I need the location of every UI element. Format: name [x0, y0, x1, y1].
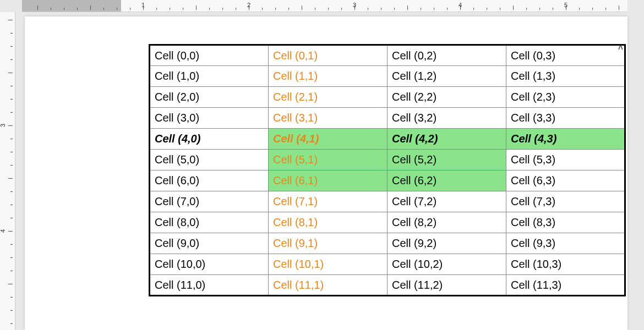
table-cell[interactable]: Cell (9,2): [388, 233, 506, 254]
table-cell[interactable]: Cell (8,3): [506, 212, 625, 233]
document-page[interactable]: ^ Cell (0,0)Cell (0,1)Cell (0,2)Cell (0,…: [25, 16, 627, 330]
table-cell[interactable]: Cell (1,1): [269, 66, 388, 87]
table-cell[interactable]: Cell (7,3): [506, 191, 625, 212]
table-cell[interactable]: Cell (0,0): [150, 45, 269, 66]
ruler-tick: [10, 86, 13, 86]
ruler-number: 2: [247, 2, 250, 8]
table-cell[interactable]: Cell (0,3): [506, 45, 625, 66]
ruler-tick: [275, 8, 276, 10]
table-cell[interactable]: Cell (5,0): [150, 150, 269, 170]
table-cell[interactable]: Cell (3,3): [506, 108, 625, 129]
ruler-tick: [341, 8, 342, 10]
table-cell[interactable]: Cell (5,3): [506, 150, 625, 170]
table-cell[interactable]: Cell (11,1): [269, 275, 388, 296]
table-cell[interactable]: Cell (10,2): [388, 254, 506, 275]
table-cell[interactable]: Cell (1,3): [506, 66, 625, 87]
ruler-tick: [196, 6, 197, 10]
ruler-tick: [8, 231, 13, 232]
ruler-tick: [487, 8, 487, 10]
table-row: Cell (5,0)Cell (5,1)Cell (5,2)Cell (5,3): [150, 150, 625, 170]
ruler-tick: [10, 297, 13, 298]
table-cell[interactable]: Cell (4,1): [269, 129, 388, 150]
ruler-tick: [183, 8, 183, 10]
ruler-tick: [8, 178, 13, 179]
table-cell[interactable]: Cell (0,2): [388, 45, 506, 66]
scroll-up-icon[interactable]: ^: [618, 44, 623, 54]
table-cell[interactable]: Cell (9,1): [269, 233, 388, 254]
ruler-tick: [64, 8, 64, 10]
ruler-tick: [394, 8, 395, 10]
ruler-tick: [500, 8, 500, 10]
table-cell[interactable]: Cell (6,1): [269, 170, 388, 191]
ruler-tick: [315, 8, 315, 10]
ruler-tick: [619, 6, 619, 10]
table-cell[interactable]: Cell (7,0): [150, 191, 269, 212]
table-cell[interactable]: Cell (5,1): [269, 150, 388, 170]
ruler-tick: [381, 8, 381, 10]
ruler-tick: [236, 8, 236, 10]
table-cell[interactable]: Cell (6,2): [388, 170, 506, 191]
table-cell[interactable]: Cell (4,2): [388, 129, 506, 150]
table-cell[interactable]: Cell (2,2): [388, 87, 506, 108]
ruler-tick: [579, 8, 580, 10]
ruler-tick: [10, 112, 13, 113]
table-cell[interactable]: Cell (8,1): [269, 212, 388, 233]
table-cell[interactable]: Cell (8,0): [150, 212, 269, 233]
table-cell[interactable]: Cell (4,0): [150, 129, 269, 150]
table-cell[interactable]: Cell (3,0): [150, 108, 269, 129]
table-cell[interactable]: Cell (8,2): [388, 212, 506, 233]
data-table[interactable]: Cell (0,0)Cell (0,1)Cell (0,2)Cell (0,3)…: [149, 44, 626, 296]
table-cell[interactable]: Cell (1,2): [388, 66, 506, 87]
table-cell[interactable]: Cell (2,1): [269, 87, 388, 108]
table-cell[interactable]: Cell (10,0): [150, 254, 269, 275]
table-cell[interactable]: Cell (7,2): [388, 191, 506, 212]
table-cell[interactable]: Cell (9,0): [150, 233, 269, 254]
table-cell[interactable]: Cell (10,1): [269, 254, 388, 275]
ruler-number: 4: [0, 229, 6, 233]
table-cell[interactable]: Cell (1,0): [150, 66, 269, 87]
ruler-tick: [526, 8, 527, 10]
table-cell[interactable]: Cell (6,0): [150, 170, 269, 191]
ruler-tick: [10, 59, 13, 60]
ruler-tick: [10, 218, 13, 218]
table-row: Cell (8,0)Cell (8,1)Cell (8,2)Cell (8,3): [150, 212, 625, 233]
table-row: Cell (3,0)Cell (3,1)Cell (3,2)Cell (3,3): [150, 108, 625, 129]
table-cell[interactable]: Cell (10,3): [506, 254, 625, 275]
table-row: Cell (11,0)Cell (11,1)Cell (11,2)Cell (1…: [150, 275, 625, 296]
table-cell[interactable]: Cell (6,3): [506, 170, 625, 191]
table-cell[interactable]: Cell (9,3): [506, 233, 625, 254]
table-cell[interactable]: Cell (2,3): [506, 87, 625, 108]
ruler-tick: [328, 8, 329, 10]
ruler-tick: [513, 6, 514, 10]
ruler-tick: [51, 8, 51, 10]
table-cell[interactable]: Cell (3,1): [269, 108, 388, 129]
ruler-tick: [10, 191, 13, 192]
table-cell[interactable]: Cell (5,2): [388, 150, 506, 170]
table-row: Cell (0,0)Cell (0,1)Cell (0,2)Cell (0,3): [150, 45, 625, 66]
ruler-tick: [407, 6, 408, 10]
table-cell[interactable]: Cell (4,3): [506, 129, 625, 150]
ruler-tick: [8, 125, 13, 126]
ruler-tick: [539, 8, 540, 10]
horizontal-ruler[interactable]: 12345: [22, 0, 627, 12]
table-cell[interactable]: Cell (7,1): [269, 191, 388, 212]
table-cell[interactable]: Cell (0,1): [269, 45, 388, 66]
ruler-tick: [10, 323, 13, 324]
ruler-tick: [553, 8, 553, 10]
ruler-tick: [473, 8, 474, 10]
ruler-tick: [90, 6, 91, 10]
ruler-tick: [302, 6, 302, 10]
ruler-tick: [592, 8, 593, 10]
vertical-ruler[interactable]: 345: [0, 12, 15, 330]
table-cell[interactable]: Cell (11,0): [150, 275, 269, 296]
table-cell[interactable]: Cell (11,2): [388, 275, 506, 296]
table-cell[interactable]: Cell (11,3): [506, 275, 625, 296]
table-cell[interactable]: Cell (3,2): [388, 108, 506, 129]
ruler-tick: [262, 8, 263, 10]
ruler-tick: [10, 139, 13, 139]
table-cell[interactable]: Cell (2,0): [150, 87, 269, 108]
ruler-tick: [605, 8, 606, 10]
ruler-tick: [77, 8, 78, 10]
ruler-tick: [421, 8, 421, 10]
ruler-tick: [434, 8, 434, 10]
